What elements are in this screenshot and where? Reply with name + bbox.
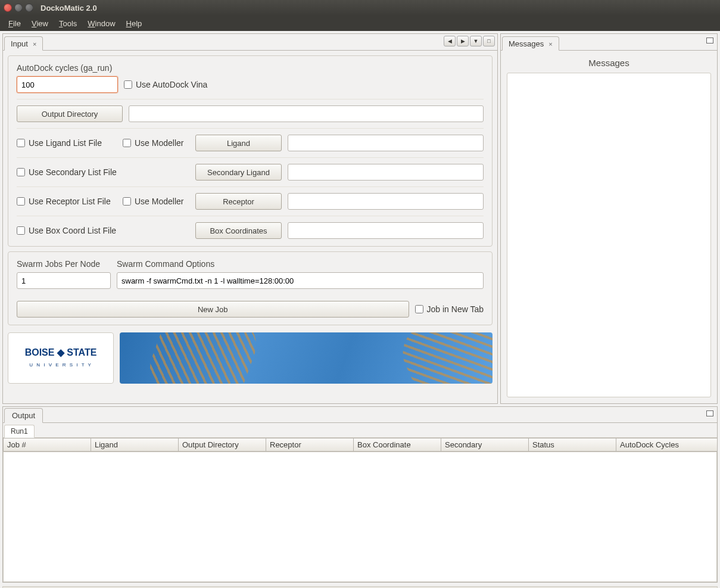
- tab-maximize-icon[interactable]: □: [483, 36, 495, 46]
- job-new-tab-checkbox[interactable]: Job in New Tab: [415, 304, 484, 314]
- output-tab-bar: Output: [3, 407, 717, 423]
- tab-messages-label: Messages: [509, 39, 544, 48]
- close-icon[interactable]: [4, 4, 12, 12]
- tab-run1[interactable]: Run1: [4, 425, 35, 438]
- col-autodock[interactable]: AutoDock Cycles: [616, 438, 718, 452]
- tab-input[interactable]: Input ×: [4, 36, 43, 51]
- use-modeller-checkbox[interactable]: Use Modeller: [123, 138, 189, 148]
- maximize-icon[interactable]: [25, 4, 33, 12]
- autodock-cycles-label: AutoDock cycles (ga_run): [17, 63, 118, 73]
- titlebar: DockoMatic 2.0: [0, 0, 720, 15]
- boise-state-logo: BOISE ◆ STATE U N I V E R S I T Y: [8, 332, 114, 384]
- menubar: File View Tools Window Help: [0, 15, 720, 31]
- close-icon[interactable]: ×: [32, 41, 38, 48]
- tab-prev-icon[interactable]: ◀: [444, 36, 456, 46]
- autodock-section: AutoDock cycles (ga_run) Use AutoDock Vi…: [8, 55, 493, 247]
- swarm-cmd-label: Swarm Command Options: [117, 259, 484, 269]
- box-coordinates-input[interactable]: [288, 222, 484, 239]
- box-coordinates-button[interactable]: Box Coordinates: [195, 222, 282, 239]
- input-panel: Input × ◀ ▶ ▼ □ AutoDock cycles (ga_run)…: [2, 33, 498, 404]
- swarm-cmd-input[interactable]: [117, 272, 484, 289]
- output-directory-input[interactable]: [129, 105, 484, 122]
- dna-banner-image: [120, 332, 493, 384]
- minimize-icon[interactable]: [14, 4, 23, 12]
- messages-title: Messages: [501, 51, 717, 73]
- ligand-input[interactable]: [288, 135, 484, 151]
- close-icon[interactable]: ×: [547, 41, 553, 48]
- use-modeller2-checkbox[interactable]: Use Modeller: [123, 197, 189, 206]
- secondary-ligand-button[interactable]: Secondary Ligand: [195, 164, 282, 181]
- col-box[interactable]: Box Coordinate: [353, 438, 441, 452]
- tab-next-icon[interactable]: ▶: [457, 36, 469, 46]
- use-vina-checkbox[interactable]: Use AutoDock Vina: [124, 80, 207, 89]
- new-job-button[interactable]: New Job: [17, 301, 409, 318]
- output-directory-button[interactable]: Output Directory: [17, 105, 123, 122]
- output-table-header: Job # Ligand Output Directory Receptor B…: [3, 438, 717, 452]
- swarm-jobs-label: Swarm Jobs Per Node: [17, 259, 111, 269]
- menu-window[interactable]: Window: [83, 17, 120, 30]
- tab-output[interactable]: Output: [4, 408, 43, 423]
- messages-textarea[interactable]: [507, 73, 711, 397]
- col-job[interactable]: Job #: [3, 438, 91, 452]
- tab-input-label: Input: [11, 39, 28, 48]
- receptor-input[interactable]: [288, 193, 484, 210]
- use-ligand-list-checkbox[interactable]: Use Ligand List File: [17, 138, 117, 148]
- menu-help[interactable]: Help: [121, 17, 147, 30]
- secondary-ligand-input[interactable]: [288, 164, 484, 181]
- col-ligand[interactable]: Ligand: [91, 438, 179, 452]
- receptor-button[interactable]: Receptor: [195, 193, 282, 210]
- window-controls: [4, 4, 33, 12]
- input-tab-bar: Input × ◀ ▶ ▼ □: [3, 34, 497, 51]
- tab-messages[interactable]: Messages ×: [502, 36, 559, 51]
- use-vina-check[interactable]: [124, 80, 132, 89]
- window-title: DockoMatic 2.0: [40, 4, 97, 13]
- menu-tools[interactable]: Tools: [54, 17, 82, 30]
- autodock-cycles-input[interactable]: [17, 76, 118, 93]
- output-panel: Output Run1 Job # Ligand Output Director…: [2, 406, 718, 583]
- use-receptor-list-checkbox[interactable]: Use Receptor List File: [17, 197, 117, 206]
- output-table-body[interactable]: [3, 452, 717, 582]
- swarm-jobs-input[interactable]: [17, 272, 111, 289]
- col-output-dir[interactable]: Output Directory: [178, 438, 266, 452]
- banner-row: BOISE ◆ STATE U N I V E R S I T Y: [8, 332, 493, 384]
- tab-nav-controls: ◀ ▶ ▼ □: [444, 36, 495, 46]
- use-box-list-checkbox[interactable]: Use Box Coord List File: [17, 226, 189, 235]
- swarm-section: Swarm Jobs Per Node Swarm Command Option…: [8, 251, 493, 325]
- col-status[interactable]: Status: [528, 438, 616, 452]
- ligand-button[interactable]: Ligand: [195, 135, 282, 151]
- tab-dropdown-icon[interactable]: ▼: [470, 36, 482, 46]
- messages-panel: Messages × Messages: [500, 33, 718, 404]
- col-receptor[interactable]: Receptor: [266, 438, 354, 452]
- menu-view[interactable]: View: [27, 17, 53, 30]
- panel-minimize-icon[interactable]: [706, 410, 713, 416]
- messages-tab-bar: Messages ×: [501, 34, 717, 51]
- menu-file[interactable]: File: [4, 17, 26, 30]
- col-secondary[interactable]: Secondary: [441, 438, 529, 452]
- panel-minimize-icon[interactable]: [706, 38, 713, 43]
- output-sub-tabs: Run1: [3, 423, 717, 438]
- use-secondary-list-checkbox[interactable]: Use Secondary List File: [17, 167, 189, 177]
